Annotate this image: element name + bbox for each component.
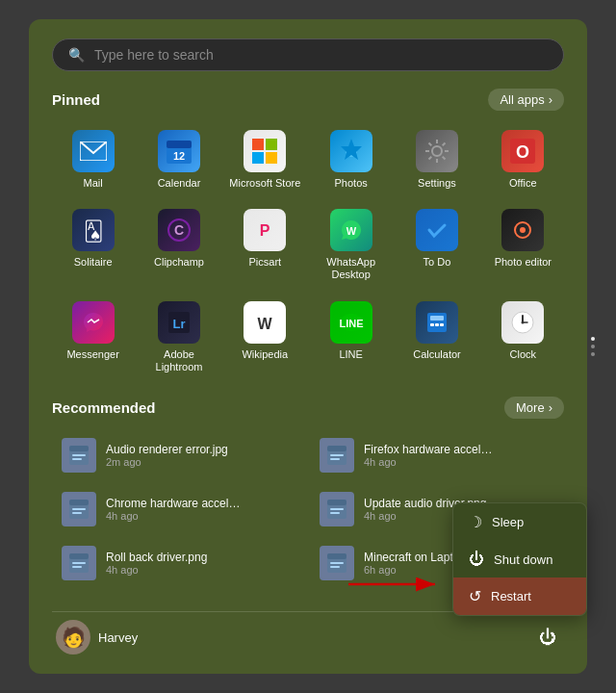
app-icon-mail — [72, 130, 115, 172]
app-item-lightroom[interactable]: Lr Adobe Lightroom — [138, 294, 219, 381]
app-label-calendar: Calendar — [158, 177, 201, 190]
svg-rect-49 — [330, 512, 340, 514]
svg-rect-55 — [327, 553, 346, 559]
rec-item-rec1[interactable]: Audio renderer error.jpg 2m ago — [52, 430, 306, 480]
svg-rect-36 — [72, 454, 86, 456]
app-item-mail[interactable]: Mail — [52, 122, 134, 197]
app-icon-todo — [416, 209, 458, 251]
arrow-indicator — [348, 570, 445, 599]
svg-rect-39 — [327, 446, 346, 451]
svg-rect-37 — [72, 458, 82, 460]
power-button[interactable]: ⏻ — [535, 624, 560, 652]
scroll-indicator — [591, 337, 595, 356]
power-menu: ☽ Sleep ⏻ Shut down ↺ Restart — [452, 502, 587, 616]
rec-time: 2m ago — [106, 456, 228, 468]
app-icon-settings — [416, 130, 458, 172]
search-placeholder: Type here to search — [94, 47, 214, 63]
app-icon-solitaire: 🂡 — [72, 209, 115, 251]
rec-icon — [62, 492, 96, 526]
svg-point-33 — [522, 321, 525, 323]
app-item-wikipedia[interactable]: W Wikipedia — [224, 294, 306, 381]
svg-rect-47 — [327, 500, 346, 505]
app-label-mail: Mail — [84, 177, 103, 190]
svg-text:O: O — [516, 142, 529, 162]
app-item-calculator[interactable]: Calculator — [396, 294, 477, 381]
app-label-photoeditor: Photo editor — [495, 256, 552, 269]
pinned-grid: Mail 12 Calendar Microsoft Store Photos … — [52, 122, 564, 381]
svg-point-10 — [432, 146, 442, 156]
power-menu-item-sleep[interactable]: ☽ Sleep — [453, 503, 586, 541]
pinned-title: Pinned — [52, 91, 100, 108]
rec-name: Firefox hardware acceleration.png — [364, 443, 499, 456]
rec-text: Roll back driver.png 4h ago — [106, 551, 207, 576]
pinned-header: Pinned All apps › — [52, 89, 564, 111]
more-button[interactable]: More › — [504, 397, 564, 419]
svg-text:C: C — [174, 222, 184, 238]
app-label-calculator: Calculator — [413, 348, 461, 361]
search-bar[interactable]: 🔍 Type here to search — [52, 38, 564, 71]
app-icon-msstore — [244, 130, 286, 172]
power-menu-label-shutdown: Shut down — [494, 552, 552, 567]
app-label-solitaire: Solitaire — [74, 256, 113, 269]
app-item-clock[interactable]: Clock — [482, 294, 564, 381]
taskbar: 🧑 Harvey ⏻ — [52, 611, 564, 654]
rec-item-rec2[interactable]: Firefox hardware acceleration.png 4h ago — [310, 430, 564, 480]
svg-rect-40 — [330, 454, 344, 456]
svg-rect-26 — [430, 316, 444, 321]
svg-rect-27 — [430, 323, 434, 326]
rec-time: 4h ago — [106, 564, 207, 576]
app-item-clipchamp[interactable]: C Clipchamp — [138, 201, 219, 289]
app-label-lightroom: Adobe Lightroom — [141, 348, 216, 373]
power-menu-item-restart[interactable]: ↺ Restart — [453, 578, 586, 615]
app-item-todo[interactable]: To Do — [396, 201, 477, 289]
app-icon-photoeditor — [501, 209, 544, 251]
power-menu-item-shutdown[interactable]: ⏻ Shut down — [453, 541, 586, 578]
app-item-whatsapp[interactable]: W WhatsApp Desktop — [310, 201, 392, 289]
scroll-dot — [591, 352, 595, 356]
recommended-title: Recommended — [52, 399, 156, 416]
chevron-icon: › — [549, 92, 552, 107]
rec-item-rec5[interactable]: Roll back driver.png 4h ago — [52, 538, 306, 588]
app-label-office: Office — [509, 177, 537, 190]
all-apps-button[interactable]: All apps › — [488, 89, 564, 111]
power-menu-label-restart: Restart — [491, 589, 531, 603]
avatar: 🧑 — [56, 620, 90, 654]
rec-time: 4h ago — [364, 456, 499, 468]
svg-rect-45 — [72, 512, 82, 514]
app-item-photos[interactable]: Photos — [310, 122, 392, 197]
start-menu: 🔍 Type here to search Pinned All apps › … — [29, 19, 587, 674]
svg-text:Lr: Lr — [172, 317, 185, 331]
rec-icon — [62, 438, 96, 473]
power-menu-icon-shutdown: ⏻ — [469, 551, 484, 568]
rec-item-rec3[interactable]: Chrome hardware acceleration.png 4h ago — [52, 484, 306, 534]
svg-rect-57 — [330, 566, 340, 568]
app-icon-line: LINE — [330, 301, 372, 344]
app-item-photoeditor[interactable]: Photo editor — [482, 201, 564, 289]
app-item-office[interactable]: O Office — [482, 122, 564, 197]
app-icon-photos — [330, 130, 372, 172]
app-label-settings: Settings — [418, 177, 456, 190]
user-profile[interactable]: 🧑 Harvey — [56, 620, 138, 654]
app-icon-clipchamp: C — [158, 209, 200, 251]
chevron-more-icon: › — [549, 400, 552, 415]
svg-rect-52 — [72, 562, 86, 564]
power-menu-icon-sleep: ☽ — [469, 513, 482, 531]
svg-rect-41 — [330, 458, 340, 460]
recommended-header: Recommended More › — [52, 397, 564, 419]
app-item-messenger[interactable]: Messenger — [52, 294, 134, 381]
app-item-line[interactable]: LINE LINE — [310, 294, 392, 381]
app-item-settings[interactable]: Settings — [396, 122, 477, 197]
rec-name: Chrome hardware acceleration.png — [106, 497, 241, 510]
app-item-calendar[interactable]: 12 Calendar — [138, 122, 219, 197]
svg-rect-53 — [72, 566, 82, 568]
svg-rect-3 — [167, 141, 192, 148]
app-icon-calculator — [416, 301, 458, 344]
app-item-solitaire[interactable]: 🂡 Solitaire — [52, 201, 134, 289]
app-item-msstore[interactable]: Microsoft Store — [224, 122, 306, 197]
app-item-picsart[interactable]: P Picsart — [224, 201, 306, 289]
app-icon-calendar: 12 — [158, 130, 200, 172]
rec-time: 4h ago — [106, 510, 241, 522]
app-label-picsart: Picsart — [249, 256, 282, 269]
rec-icon — [62, 546, 96, 580]
svg-text:12: 12 — [173, 150, 185, 162]
